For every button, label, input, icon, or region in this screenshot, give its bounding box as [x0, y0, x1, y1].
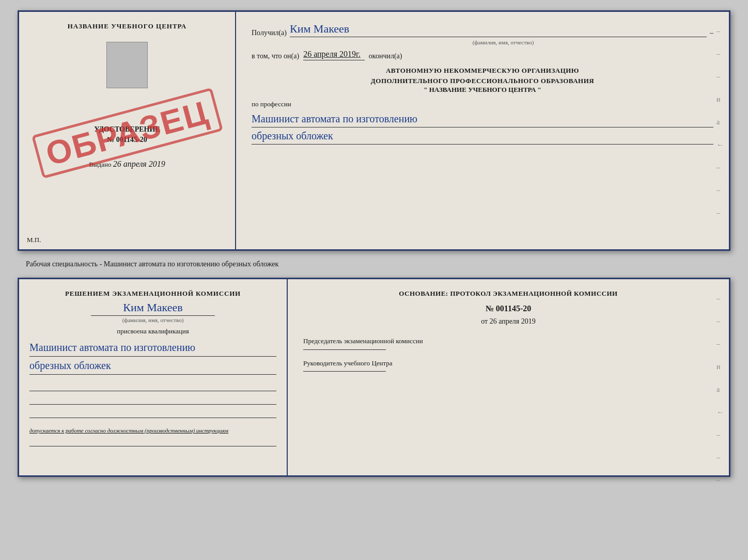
underline1 [29, 380, 276, 391]
dash-r2: – [716, 50, 724, 58]
underline-bottom [29, 435, 276, 446]
profession-line1: Машинист автомата по изготовлению [252, 110, 713, 127]
dash1: – [710, 29, 713, 37]
dash-r8: – [716, 186, 724, 195]
qual-line2: обрезных обложек [29, 357, 276, 375]
bdash-r8: – [716, 454, 724, 462]
dash-r7: – [716, 164, 724, 172]
fio-underline [91, 315, 215, 316]
mp-label: М.П. [27, 236, 41, 244]
protocol-number: № 001145-20 [303, 304, 713, 313]
recipient-name: Ким Макеев [290, 22, 707, 37]
vydano-date: 26 апреля 2019 [113, 159, 165, 168]
bottom-doc-left: Решением экзаменационной комиссии Ким Ма… [19, 279, 288, 475]
bottom-document: Решением экзаменационной комиссии Ким Ма… [18, 278, 730, 477]
org-line2: ДОПОЛНИТЕЛЬНОГО ПРОФЕССИОНАЛЬНОГО ОБРАЗО… [252, 76, 713, 86]
ot-label: от [481, 317, 488, 325]
org-block: АВТОНОМНУЮ НЕКОММЕРЧЕСКУЮ ОРГАНИЗАЦИЮ ДО… [252, 66, 713, 94]
top-doc-right: Получил(а) Ким Макеев – (фамилия, имя, о… [236, 12, 729, 249]
underline3 [29, 407, 276, 418]
bottom-recipient-name: Ким Макеев [29, 301, 276, 314]
org-line1: АВТОНОМНУЮ НЕКОММЕРЧЕСКУЮ ОРГАНИЗАЦИЮ [252, 66, 713, 76]
dopuskaetsya-value: работе согласно должностным (производств… [66, 427, 228, 434]
bottom-doc-right: Основание: протокол экзаменационной коми… [288, 279, 729, 475]
bdash-r2: – [716, 317, 724, 326]
fio-subtitle-top: (фамилия, имя, отчество) [293, 39, 713, 45]
dash-r5: а [716, 118, 724, 126]
dash-r9: – [716, 209, 724, 217]
director-label: Руководитель учебного Центра [303, 358, 713, 369]
bdash-r9: – [716, 476, 724, 485]
dopuskaetsya-text: допускается к работе согласно должностны… [29, 426, 276, 435]
chairman-signature-line [303, 349, 386, 350]
bdash-r1: – [716, 295, 724, 303]
bdash-r4: и [716, 363, 724, 371]
qual-line1: Машинист автомата по изготовлению [29, 339, 276, 357]
poluchil-row: Получил(а) Ким Макеев – [252, 22, 713, 37]
underline2 [29, 393, 276, 405]
right-dashes-bottom: – – – и а ← – – – [716, 295, 724, 485]
certificate-label: УДОСТОВЕРЕНИЕ [94, 125, 160, 134]
dash-r1: – [716, 27, 724, 36]
vtom-date: 26 апреля 2019г. [303, 50, 365, 60]
vydano-label: Выдано [89, 161, 111, 168]
poluchil-label: Получил(а) [252, 29, 287, 37]
profession-line2: обрезных обложек [252, 127, 713, 145]
photo-placeholder [106, 42, 148, 88]
dash-r3: – [716, 73, 724, 81]
director-block: Руководитель учебного Центра [303, 358, 713, 372]
top-document: НАЗВАНИЕ УЧЕБНОГО ЦЕНТРА УДОСТОВЕРЕНИЕ №… [18, 10, 730, 251]
ot-date-value: 26 апреля 2019 [490, 317, 536, 325]
chairman-block: Председатель экзаменационной комиссии [303, 336, 713, 350]
osnovanie-text: Основание: протокол экзаменационной коми… [303, 290, 713, 298]
bottom-lines [29, 380, 276, 418]
top-training-center-title: НАЗВАНИЕ УЧЕБНОГО ЦЕНТРА [68, 22, 187, 30]
bdash-r5: а [716, 386, 724, 394]
vydano-line: Выдано 26 апреля 2019 [89, 159, 165, 169]
okonchil-label: окончил(а) [369, 52, 402, 60]
bdash-r3: – [716, 340, 724, 348]
dopuskaetsya-label: допускается к [29, 427, 64, 434]
fio-sub-bottom: (фамилия, имя, отчество) [29, 317, 276, 323]
ot-date: от 26 апреля 2019 [303, 317, 713, 326]
prisvoena-text: присвоена квалификация [29, 327, 276, 335]
po-professii-label: по профессии [252, 100, 713, 108]
vtom-label: в том, что он(а) [252, 52, 299, 60]
dash-r6: ← [716, 141, 724, 149]
bdash-r7: – [716, 431, 724, 439]
vtom-row: в том, что он(а) 26 апреля 2019г. окончи… [252, 50, 713, 60]
top-doc-left: НАЗВАНИЕ УЧЕБНОГО ЦЕНТРА УДОСТОВЕРЕНИЕ №… [19, 12, 236, 249]
director-signature-line [303, 371, 386, 372]
bdash-r6: ← [716, 408, 724, 417]
decision-text: Решением экзаменационной комиссии [29, 290, 276, 298]
cert-number: № 001145-20 [107, 136, 147, 144]
org-name: " НАЗВАНИЕ УЧЕБНОГО ЦЕНТРА " [252, 86, 713, 94]
dash-r4: и [716, 95, 724, 104]
right-side-dashes: – – – и а ← – – – [716, 27, 724, 217]
chairman-label: Председатель экзаменационной комиссии [303, 336, 713, 346]
separator-text: Рабочая специальность - Машинист автомат… [10, 260, 278, 268]
